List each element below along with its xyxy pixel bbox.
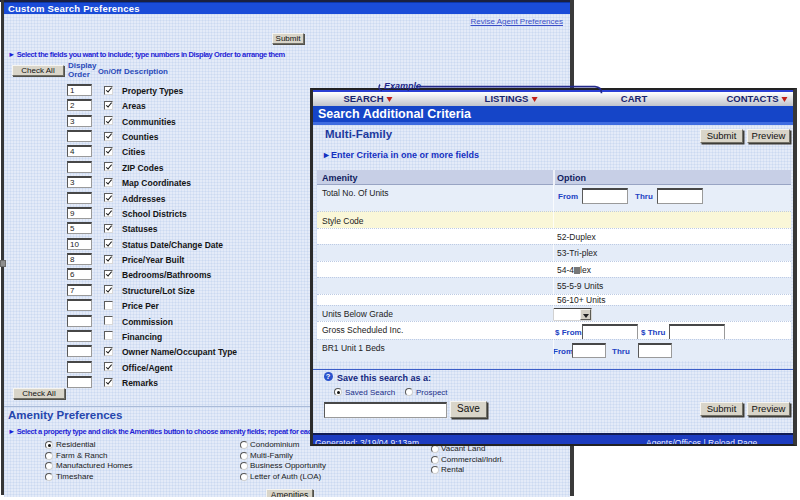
svg-text:Example: Example [384,81,421,91]
